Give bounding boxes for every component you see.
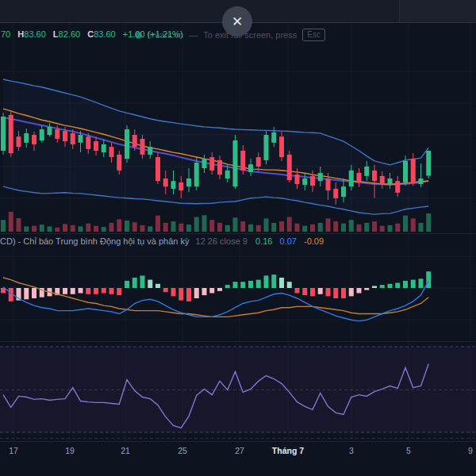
volume-bar <box>302 226 307 232</box>
macd-histogram-bar <box>264 275 269 288</box>
candle-body <box>419 178 424 184</box>
volume-bar <box>388 225 393 232</box>
low-value: 82.60 <box>59 29 81 39</box>
macd-histogram-bar <box>271 274 276 288</box>
x-axis-label: 9 <box>468 446 473 455</box>
volume-bar <box>9 212 13 232</box>
volume-bar <box>318 223 323 232</box>
esc-key: Esc <box>302 29 325 41</box>
macd-histogram-bar <box>117 288 121 295</box>
volume-bar <box>163 223 168 232</box>
volume-bar <box>24 226 29 232</box>
volume-bar <box>202 215 207 232</box>
open-value-partial: 70 <box>1 29 10 39</box>
volume-bar <box>395 224 400 232</box>
candle-body <box>178 182 183 190</box>
volume-bar <box>94 226 98 232</box>
candle-body <box>279 136 284 157</box>
candle-body <box>194 163 199 186</box>
close-button[interactable]: ✕ <box>222 6 252 36</box>
volume-bar <box>419 223 424 232</box>
volume-bar <box>32 226 36 232</box>
macd-histogram-bar <box>287 282 292 288</box>
volume-bar <box>426 213 431 232</box>
macd-histogram-bar <box>94 288 98 294</box>
close-label: C <box>87 29 94 39</box>
candle-body <box>248 164 253 172</box>
bollinger-fill <box>3 79 428 214</box>
macd-histogram-bar <box>79 288 83 294</box>
candle-body <box>117 155 121 171</box>
macd-histogram-bar <box>132 278 137 288</box>
macd-histogram-bar <box>32 288 36 298</box>
macd-histogram-bar <box>380 285 385 288</box>
macd-histogram-bar <box>102 288 106 294</box>
volume-bar <box>209 220 214 232</box>
candle-body <box>302 178 307 185</box>
candle-body <box>9 115 13 153</box>
macd-histogram-bar <box>388 284 393 288</box>
candle-body <box>155 157 160 181</box>
candle-body <box>202 159 207 168</box>
candle-body <box>32 135 36 144</box>
volume-bar <box>148 226 152 232</box>
volume-bar <box>17 218 21 232</box>
macd-histogram-bar <box>411 280 416 288</box>
candle-body <box>1 117 6 151</box>
macd-histogram-bar <box>248 281 253 288</box>
volume-bar <box>48 226 52 232</box>
macd-histogram-bar <box>256 280 261 288</box>
candle-body <box>403 161 408 182</box>
macd-histogram-bar <box>403 281 408 288</box>
macd-histogram-bar <box>217 288 222 291</box>
volume-bar <box>171 221 176 232</box>
candle-body <box>310 176 315 186</box>
candle-body <box>380 176 385 184</box>
macd-histogram-bar <box>209 288 214 294</box>
candle-body <box>132 135 137 147</box>
volume-bar <box>225 225 230 232</box>
volume-bar <box>186 225 191 232</box>
volume-bar <box>333 221 338 232</box>
macd-histogram-bar <box>24 288 29 299</box>
macd-hist-value: 0.16 <box>255 236 272 246</box>
candle-body <box>233 140 238 186</box>
macd-histogram-bar <box>310 288 315 296</box>
x-axis-label: 5 <box>406 446 411 455</box>
candle-body <box>71 133 75 144</box>
volume-bar <box>55 228 60 232</box>
macd-line-value: 0.07 <box>280 236 297 246</box>
x-axis[interactable]: 1719212527Tháng 7359 <box>0 443 476 460</box>
volume-bar <box>140 225 145 232</box>
macd-title: CD) - Chỉ báo Trung bình Động hội tụ và … <box>0 236 189 246</box>
candle-body <box>40 129 44 140</box>
candle-body <box>411 159 416 182</box>
macd-histogram-bar <box>364 288 369 290</box>
volume-bar <box>326 218 331 232</box>
volume-bar <box>102 227 106 232</box>
macd-line <box>3 281 428 321</box>
candle-body <box>333 189 338 198</box>
volume-bar <box>155 216 160 232</box>
volume-bar <box>380 226 385 232</box>
macd-histogram-bar <box>302 288 307 295</box>
candle-body <box>372 171 377 181</box>
candle-body <box>217 160 222 175</box>
candle-body <box>55 129 60 139</box>
candle-body <box>225 171 230 178</box>
candle-body <box>86 136 90 149</box>
candle-body <box>102 144 106 152</box>
macd-histogram-bar <box>194 288 199 298</box>
macd-histogram-bar <box>163 288 168 292</box>
x-axis-label: 21 <box>121 446 130 455</box>
low-label: L <box>53 29 59 39</box>
candle-body <box>426 151 431 176</box>
macd-histogram-bar <box>178 288 183 301</box>
volume-bar <box>349 220 354 232</box>
volume-bar <box>63 224 67 232</box>
volume-bar <box>217 223 222 232</box>
macd-histogram-bar <box>295 288 300 294</box>
toast-site: fireant.vn <box>148 30 183 40</box>
macd-histogram-bar <box>372 286 377 288</box>
volume-bar <box>411 218 416 232</box>
